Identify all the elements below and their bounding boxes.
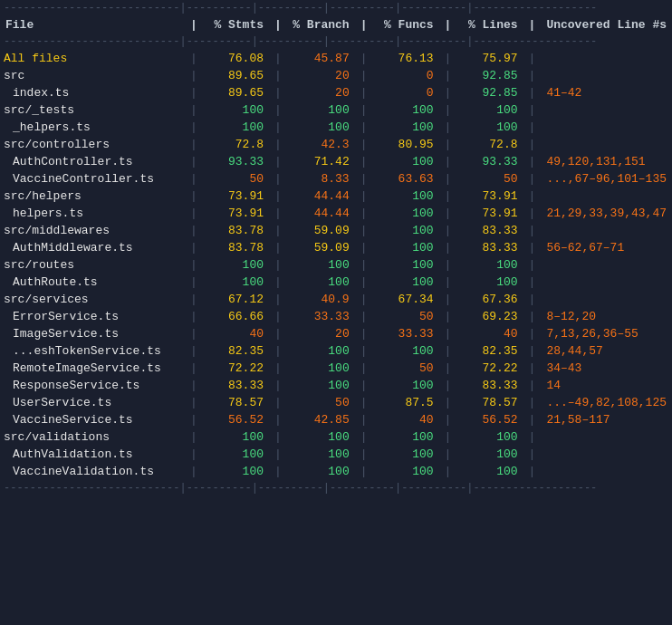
table-row: ...eshTokenService.ts|82.35|100|100|82.3…: [0, 342, 672, 360]
divider-row: ---------------------------|----------|-…: [0, 0, 672, 16]
table-row: src|89.65|20|0|92.85|: [0, 67, 672, 84]
table-row: src/services|67.12|40.9|67.34|67.36|: [0, 291, 672, 308]
table-row: ResponseService.ts|83.33|100|100|83.33|1…: [0, 377, 672, 394]
table-row: ImageService.ts|40|20|33.33|40|7,13,26,3…: [0, 325, 672, 342]
table-row: VaccineController.ts|50|8.33|63.63|50|..…: [0, 170, 672, 188]
table-row: src/validations|100|100|100|100|: [0, 428, 672, 446]
table-row: All files|76.08|45.87|76.13|75.97|: [0, 50, 672, 67]
divider-row: ---------------------------|----------|-…: [0, 34, 672, 50]
table-row: AuthController.ts|93.33|71.42|100|93.33|…: [0, 153, 672, 170]
table-row: index.ts|89.65|20|0|92.85|41–42: [0, 84, 672, 101]
table-row: _helpers.ts|100|100|100|100|: [0, 119, 672, 136]
table-row: ErrorService.ts|66.66|33.33|50|69.23|8–1…: [0, 308, 672, 325]
divider-row: ---------------------------|----------|-…: [0, 480, 672, 496]
table-row: helpers.ts|73.91|44.44|100|73.91|21,29,3…: [0, 205, 672, 222]
table-row: src/routes|100|100|100|100|: [0, 256, 672, 274]
table-row: RemoteImageService.ts|72.22|100|50|72.22…: [0, 360, 672, 377]
header-row: File|% Stmts|% Branch|% Funcs|% Lines|Un…: [0, 16, 672, 34]
table-row: AuthMiddleware.ts|83.78|59.09|100|83.33|…: [0, 239, 672, 256]
table-row: src/helpers|73.91|44.44|100|73.91|: [0, 188, 672, 205]
table-row: AuthValidation.ts|100|100|100|100|: [0, 446, 672, 463]
table-row: VaccineService.ts|56.52|42.85|40|56.52|2…: [0, 411, 672, 428]
coverage-table: ---------------------------|----------|-…: [0, 0, 672, 496]
table-row: src/controllers|72.8|42.3|80.95|72.8|: [0, 136, 672, 153]
table-row: src/_tests|100|100|100|100|: [0, 101, 672, 119]
table-row: src/middlewares|83.78|59.09|100|83.33|: [0, 222, 672, 239]
table-row: AuthRoute.ts|100|100|100|100|: [0, 274, 672, 291]
table-row: UserService.ts|78.57|50|87.5|78.57|...–4…: [0, 394, 672, 411]
table-row: VaccineValidation.ts|100|100|100|100|: [0, 463, 672, 480]
